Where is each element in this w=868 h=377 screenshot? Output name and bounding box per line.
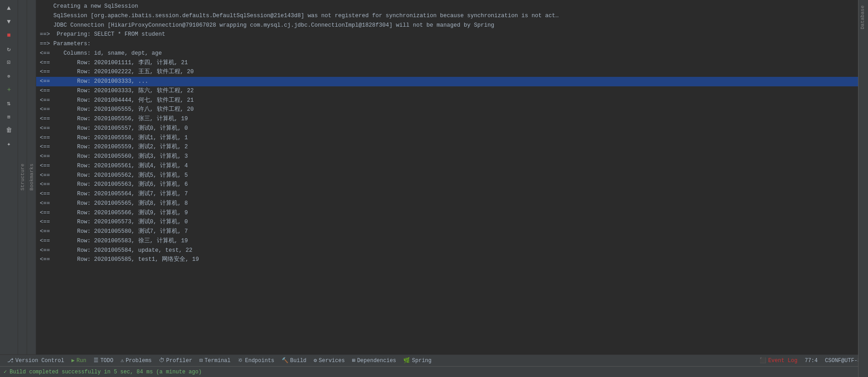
log-line-8: <== Row: 20201003333, ... (36, 77, 868, 86)
log-line-3: ==> Preparing: SELECT * FROM student (36, 30, 868, 39)
coordinates-item: 77:4 (801, 355, 821, 366)
bookmarks-panel[interactable]: Bookmarks (27, 0, 36, 354)
spring-item[interactable]: 🌿 Spring (400, 355, 435, 366)
todo-item[interactable]: ☰ TODO (90, 355, 117, 366)
endpoints-item[interactable]: ⛭ Endpoints (234, 355, 278, 366)
bookmarks-label[interactable]: Bookmarks (29, 164, 34, 190)
profiler-label: Profiler (166, 358, 193, 364)
scroll-up-btn[interactable]: ▲ (3, 2, 15, 14)
log-line-16: <== Row: 20201005560, 测试3, 计算机, 3 (36, 152, 868, 161)
log-line-21: <== Row: 20201005565, 测试8, 计算机, 8 (36, 199, 868, 208)
add-btn[interactable]: ＋ (3, 83, 15, 96)
camera-btn[interactable]: ⊡ (3, 56, 15, 69)
build-item[interactable]: 🔨 Build (278, 355, 310, 366)
pin2-btn[interactable]: ✦ (3, 137, 15, 150)
run-label: Run (76, 358, 86, 364)
services-item[interactable]: ⚙ Services (310, 355, 349, 366)
terminal-icon: ⊡ (199, 357, 203, 364)
profiler-icon: ⏱ (159, 357, 165, 364)
console-area: Creating a new SqlSession SqlSession [or… (36, 0, 868, 354)
problems-icon: ⚠ (121, 357, 124, 364)
terminal-item[interactable]: ⊡ Terminal (196, 355, 234, 366)
log-line-14: <== Row: 20201005558, 测试1, 计算机, 1 (36, 133, 868, 143)
log-line-12: <== Row: 20201005556, 张三, 计算机, 19 (36, 114, 868, 124)
encoding-text: CSONF@UTF-8 (825, 358, 861, 364)
services-label: Services (319, 358, 345, 364)
log-line-19: <== Row: 20201005563, 测试6, 计算机, 6 (36, 180, 868, 189)
problems-label: Problems (126, 358, 152, 364)
log-line-25: <== Row: 20201005583, 徐三, 计算机, 19 (36, 236, 868, 246)
problems-item[interactable]: ⚠ Problems (117, 355, 156, 366)
delete-btn[interactable]: 🗑 (3, 124, 15, 137)
event-log-icon: ⬛ (760, 357, 766, 364)
version-control-item[interactable]: ⎇ Version Control (4, 355, 68, 366)
log-line-5: <== Columns: id, sname, dept, age (36, 49, 868, 58)
log-line-1: SqlSession [org.apache.ibatis.session.de… (36, 11, 868, 21)
log-line-2: JDBC Connection [HikariProxyConnection@7… (36, 21, 868, 30)
run-item[interactable]: ▶ Run (68, 355, 90, 366)
dependencies-label: Dependencies (357, 358, 396, 364)
database-tab[interactable]: Database (859, 0, 868, 35)
log-line-26: <== Row: 20201005584, update, test, 22 (36, 246, 868, 255)
endpoints-icon: ⛭ (238, 357, 243, 364)
terminal-label: Terminal (204, 358, 231, 364)
log-line-15: <== Row: 20201005559, 测试2, 计算机, 2 (36, 142, 868, 152)
log-line-22: <== Row: 20201005566, 测试9, 计算机, 9 (36, 208, 868, 218)
stop-btn[interactable]: ■ (3, 29, 15, 42)
log-line-9: <== Row: 20201003333, 陈六, 软件工程, 22 (36, 86, 868, 96)
left-toolbar: ▲ ▼ ■ ↻ ⊡ ⊕ ＋ ⇅ ⊞ 🗑 ✦ (0, 0, 18, 354)
dependencies-item[interactable]: ⊞ Dependencies (349, 355, 400, 366)
check-icon: ✓ (4, 368, 7, 375)
log-line-7: <== Row: 20201002222, 王五, 软件工程, 20 (36, 67, 868, 77)
version-control-icon: ⎇ (7, 357, 14, 364)
services-icon: ⚙ (314, 357, 317, 364)
pin-btn[interactable]: ⊕ (3, 70, 15, 82)
build-icon: 🔨 (282, 357, 288, 364)
event-log-btn[interactable]: ⬛ Event Log (756, 355, 801, 366)
log-line-11: <== Row: 20201005555, 许八, 软件工程, 20 (36, 105, 868, 114)
log-line-18: <== Row: 20201005562, 测试5, 计算机, 5 (36, 171, 868, 180)
structure-panel[interactable]: Structure (18, 0, 27, 354)
log-line-4: ==> Parameters: (36, 39, 868, 49)
spring-icon: 🌿 (403, 357, 410, 364)
run-icon: ▶ (71, 357, 75, 364)
endpoints-label: Endpoints (245, 358, 274, 364)
log-line-6: <== Row: 20201001111, 李四, 计算机, 21 (36, 58, 868, 68)
scroll-down-btn[interactable]: ▼ (3, 15, 15, 28)
log-line-24: <== Row: 20201005580, 测试7, 计算机, 7 (36, 227, 868, 236)
coordinates-text: 77:4 (805, 358, 818, 364)
todo-icon: ☰ (94, 357, 99, 364)
log-line-0: Creating a new SqlSession (36, 2, 868, 11)
profiler-item[interactable]: ⏱ Profiler (156, 355, 196, 366)
rerun-btn[interactable]: ↻ (3, 42, 15, 55)
log-line-27: <== Row: 20201005585, test1, 网络安全, 19 (36, 255, 868, 264)
message-text: Build completed successfully in 5 sec, 8… (9, 369, 202, 375)
sort-btn[interactable]: ⇅ (3, 97, 15, 109)
message-bar: ✓ Build completed successfully in 5 sec,… (0, 366, 868, 377)
todo-label: TODO (100, 358, 113, 364)
status-bar: ⎇ Version Control ▶ Run ☰ TODO ⚠ Problem… (0, 354, 868, 366)
log-line-17: <== Row: 20201005561, 测试4, 计算机, 4 (36, 161, 868, 171)
version-control-label: Version Control (15, 358, 64, 364)
build-label: Build (290, 358, 307, 364)
log-line-20: <== Row: 20201005564, 测试7, 计算机, 7 (36, 189, 868, 199)
right-panel-tabs: Database (858, 0, 868, 354)
event-log-label: Event Log (768, 358, 797, 364)
log-line-10: <== Row: 20201004444, 何七, 软件工程, 21 (36, 96, 868, 105)
spring-label: Spring (412, 358, 431, 364)
structure-label[interactable]: Structure (20, 164, 25, 190)
format-btn[interactable]: ⊞ (3, 110, 15, 123)
dependencies-icon: ⊞ (352, 357, 355, 364)
log-line-23: <== Row: 20201005573, 测试0, 计算机, 0 (36, 217, 868, 227)
log-line-13: <== Row: 20201005557, 测试0, 计算机, 0 (36, 124, 868, 133)
